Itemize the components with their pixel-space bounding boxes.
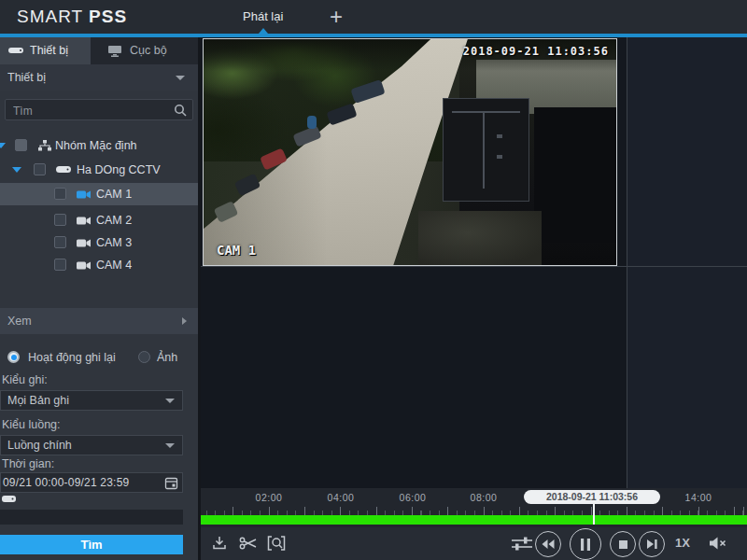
device-section-dropdown[interactable]: Thiết bị [0,64,198,91]
time-tick-label: 04:00 [328,492,355,503]
playhead-handle[interactable] [593,501,595,525]
tree-node-label: CAM 4 [96,254,132,276]
time-range-value: 09/21 00:00-09/21 23:59 [3,476,129,489]
sidebar-tab-device[interactable]: Thiết bị [0,37,91,64]
playback-timeline[interactable]: 02:00 04:00 06:00 08:00 14:00 2018-09-21… [201,488,747,527]
cam2-checkbox[interactable] [54,214,66,226]
sidebar-tab-local[interactable]: Cục bộ [91,37,198,64]
time-label: Thời gian: [2,457,54,470]
cam1-checkbox[interactable] [54,188,66,200]
playback-grid: 2018-09-21 11:03:56 CAM 1 [201,37,747,488]
search-input[interactable] [11,101,174,120]
cam4-checkbox[interactable] [54,259,66,271]
app-logo: SMART PSS [17,7,127,27]
sidebar: Thiết bị Cục bộ Thiết bị [0,37,201,560]
chevron-right-icon [182,317,187,325]
time-tick-label: 14:00 [685,492,712,503]
stream-type-value: Luồng chính [7,439,72,452]
rewind-button[interactable] [535,531,561,557]
radio-image-label: Ảnh [157,351,177,364]
clip-scissors-icon[interactable] [238,534,259,553]
device-dvr-icon [56,165,72,175]
device-mini-icon [2,495,17,504]
view-section-header[interactable]: Xem [0,308,198,334]
time-range-field[interactable]: 09/21 00:00-09/21 23:59 [0,472,183,493]
add-tab-button[interactable]: + [321,2,351,32]
empty-pane-right[interactable] [627,37,747,488]
chevron-down-icon [176,76,185,80]
chevron-down-icon [165,399,175,403]
device-section-label: Thiết bị [7,71,46,84]
tab-playback-label: Phát lại [243,9,283,23]
search-records-button[interactable]: Tìm [0,535,183,554]
tree-node-label: CAM 2 [96,209,132,231]
smartpss-window: SMART PSS Phát lại + Thiết bị Cục bộ Thi… [0,0,747,560]
download-icon[interactable] [210,534,229,553]
search-box [5,99,193,120]
tree-node-label: Nhóm Mặc định [55,134,137,157]
grid-divider-vertical [627,37,627,488]
search-icon[interactable] [174,104,187,117]
cam3-checkbox[interactable] [54,236,66,248]
radio-record[interactable] [7,351,20,363]
camera-icon-active [77,189,92,200]
empty-field [0,510,183,525]
time-tick-label: 06:00 [400,492,427,503]
video-pane-cam1[interactable]: 2018-09-21 11:03:56 CAM 1 [203,38,617,266]
camera-icon [77,238,92,248]
time-tick-label: 02:00 [256,492,283,503]
pause-button[interactable] [570,528,601,560]
playback-control-bar: 1X [201,527,747,560]
smart-search-icon[interactable] [266,534,287,553]
chevron-down-icon [165,443,175,448]
expand-arrow-icon[interactable] [12,167,21,173]
tree-node-label: Ha DOng CCTV [77,159,161,181]
logo-smart: SMART [17,7,83,26]
playback-speed[interactable]: 1X [675,536,690,550]
recorded-video-bar[interactable] [201,515,747,525]
tree-node-cam4[interactable]: CAM 4 [0,254,198,276]
record-type-label: Kiểu ghi: [2,373,48,386]
group-checkbox[interactable] [15,139,27,151]
top-bar: SMART PSS Phát lại + [0,0,747,34]
expand-arrow-icon[interactable] [0,143,6,148]
tree-node-device[interactable]: Ha DOng CCTV [0,159,198,181]
tree-node-cam3[interactable]: CAM 3 [0,231,198,254]
camera-icon [77,216,92,226]
monitor-icon [107,45,122,57]
stream-type-label: Kiểu luồng: [2,418,61,431]
sync-playback-icon[interactable] [512,536,532,552]
osd-timestamp: 2018-09-21 11:03:56 [463,45,609,58]
next-frame-button[interactable] [639,531,665,557]
tree-node-label: CAM 1 [96,183,132,205]
sidebar-tab-local-label: Cục bộ [130,37,167,64]
radio-record-label: Hoạt động ghi lại [28,351,116,364]
video-scene-cabinet [443,98,529,202]
sidebar-tab-device-label: Thiết bị [30,37,68,64]
timeline-major-ticks [201,507,747,515]
osd-camera-label: CAM 1 [217,243,256,258]
camera-icon [77,260,92,271]
time-tick-label: 08:00 [471,492,498,503]
tree-node-label: CAM 3 [96,231,132,254]
record-type-value: Mọi Bản ghi [7,394,69,407]
stream-type-select[interactable]: Luồng chính [0,435,183,455]
video-scene-dark-corner [534,107,616,243]
timeline-tooltip: 2018-09-21 11:03:56 [524,490,660,504]
tree-node-cam2[interactable]: CAM 2 [0,209,198,231]
device-checkbox[interactable] [34,163,46,175]
video-scene-blue-barrel [307,116,317,129]
calendar-icon[interactable] [164,476,178,490]
dvr-icon [8,45,24,57]
group-tree-icon [38,140,51,151]
volume-muted-icon[interactable] [708,535,728,552]
tab-playback[interactable]: Phát lại [230,0,296,34]
record-type-select[interactable]: Mọi Bản ghi [0,390,183,411]
tree-node-group[interactable]: Nhóm Mặc định [0,134,198,157]
tree-node-cam1[interactable]: CAM 1 [0,183,198,205]
stop-button[interactable] [610,531,636,557]
view-section-label: Xem [7,315,32,328]
radio-image[interactable] [138,351,150,363]
logo-pss: PSS [89,7,127,26]
video-scene-ground [418,211,543,265]
